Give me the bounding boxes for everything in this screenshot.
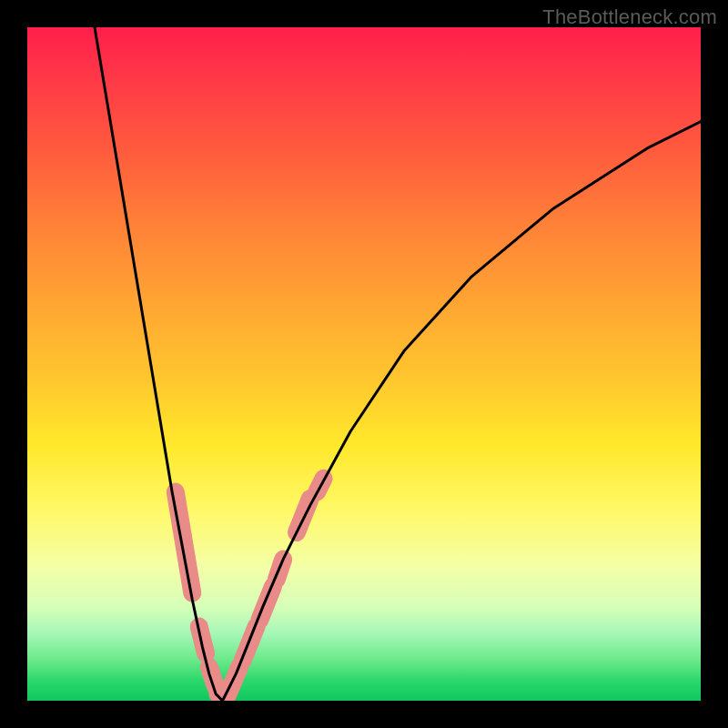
highlight-segment: [176, 492, 193, 593]
watermark-text: TheBottleneck.com: [542, 5, 717, 29]
highlight-layer: [176, 479, 324, 701]
plot-area: [27, 27, 701, 701]
chart-frame: TheBottleneck.com: [0, 0, 728, 728]
highlight-segment: [259, 586, 273, 620]
chart-svg: [27, 27, 701, 701]
curve-curve-right: [223, 122, 701, 701]
curve-layer: [95, 27, 701, 701]
curve-curve-left: [95, 27, 223, 701]
